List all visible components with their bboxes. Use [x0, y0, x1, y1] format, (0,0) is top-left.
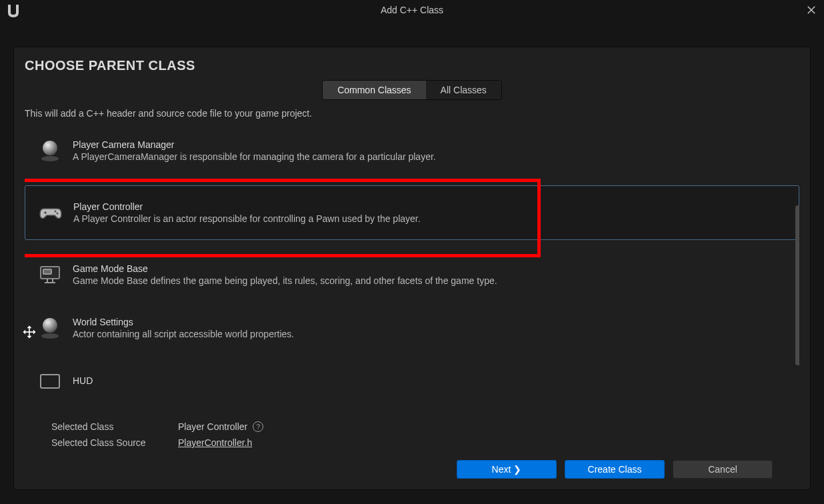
selected-class-value: Player Controller ? — [178, 421, 263, 432]
svg-point-4 — [55, 211, 57, 213]
section-heading: CHOOSE PARENT CLASS — [25, 58, 799, 73]
hud-icon — [38, 369, 62, 393]
close-button[interactable] — [805, 4, 817, 16]
class-title: HUD — [73, 375, 93, 386]
svg-point-11 — [43, 318, 57, 333]
gamepad-icon — [39, 201, 63, 225]
class-title: Player Camera Manager — [73, 139, 436, 150]
monitor-icon — [38, 263, 62, 287]
class-text: Player Camera Manager A PlayerCameraMana… — [73, 139, 436, 162]
selected-source-label: Selected Class Source — [51, 437, 178, 448]
next-button-label: Next — [492, 464, 511, 475]
button-row: Next❯ Create Class Cancel — [51, 460, 773, 479]
footer-row-class: Selected Class Player Controller ? — [51, 421, 773, 432]
main-panel: CHOOSE PARENT CLASS Common Classes All C… — [13, 47, 811, 490]
titlebar: Add C++ Class — [0, 0, 824, 20]
window-title: Add C++ Class — [381, 5, 443, 15]
create-class-button[interactable]: Create Class — [565, 460, 665, 479]
sphere-icon — [38, 316, 62, 340]
class-text: HUD — [73, 375, 93, 387]
footer-row-source: Selected Class Source PlayerController.h — [51, 437, 773, 448]
class-title: Player Controller — [73, 201, 421, 212]
class-desc: A PlayerCameraManager is responsible for… — [73, 151, 436, 162]
class-text: Player Controller A Player Controller is… — [73, 201, 421, 224]
class-title: Game Mode Base — [73, 263, 497, 274]
selected-class-label: Selected Class — [51, 421, 178, 432]
class-item-hud[interactable]: HUD — [25, 363, 799, 400]
svg-point-2 — [43, 141, 57, 155]
tab-common-classes[interactable]: Common Classes — [323, 81, 425, 99]
svg-point-5 — [57, 213, 59, 215]
sphere-icon — [38, 139, 62, 163]
scrollbar[interactable] — [795, 205, 799, 407]
svg-rect-7 — [43, 269, 51, 274]
footer: Selected Class Player Controller ? Selec… — [25, 415, 799, 479]
tab-row: Common Classes All Classes — [25, 80, 799, 100]
class-desc: Actor containing all script accessible w… — [73, 329, 294, 339]
class-item-world-settings[interactable]: World Settings Actor containing all scri… — [25, 309, 799, 347]
class-desc: Game Mode Base defines the game being pl… — [73, 275, 497, 286]
class-list-inner: Player Camera Manager A PlayerCameraMana… — [25, 132, 799, 407]
chevron-right-icon: ❯ — [513, 464, 521, 475]
svg-rect-13 — [41, 375, 59, 388]
tab-container: Common Classes All Classes — [322, 80, 502, 100]
unreal-logo-icon — [5, 3, 21, 19]
class-item-player-camera-manager[interactable]: Player Camera Manager A PlayerCameraMana… — [25, 132, 799, 169]
move-cursor-icon — [23, 325, 36, 339]
class-desc: A Player Controller is an actor responsi… — [73, 213, 421, 224]
class-text: Game Mode Base Game Mode Base defines th… — [73, 263, 497, 286]
selected-source-link[interactable]: PlayerController.h — [178, 437, 252, 448]
next-button[interactable]: Next❯ — [457, 460, 557, 479]
description-text: This will add a C++ header and source co… — [25, 108, 799, 119]
cancel-button[interactable]: Cancel — [673, 460, 773, 479]
svg-point-12 — [41, 333, 59, 339]
tab-all-classes[interactable]: All Classes — [426, 81, 501, 99]
selected-class-value-text: Player Controller — [178, 421, 247, 432]
class-item-player-controller[interactable]: Player Controller A Player Controller is… — [25, 185, 799, 240]
class-text: World Settings Actor containing all scri… — [73, 317, 294, 339]
selected-source-value[interactable]: PlayerController.h — [178, 437, 252, 448]
class-list: Player Camera Manager A PlayerCameraMana… — [25, 132, 799, 407]
help-icon[interactable]: ? — [253, 421, 263, 432]
class-item-game-mode-base[interactable]: Game Mode Base Game Mode Base defines th… — [25, 256, 799, 293]
svg-point-3 — [41, 156, 59, 161]
class-title: World Settings — [73, 317, 294, 327]
scrollbar-thumb[interactable] — [795, 205, 799, 365]
